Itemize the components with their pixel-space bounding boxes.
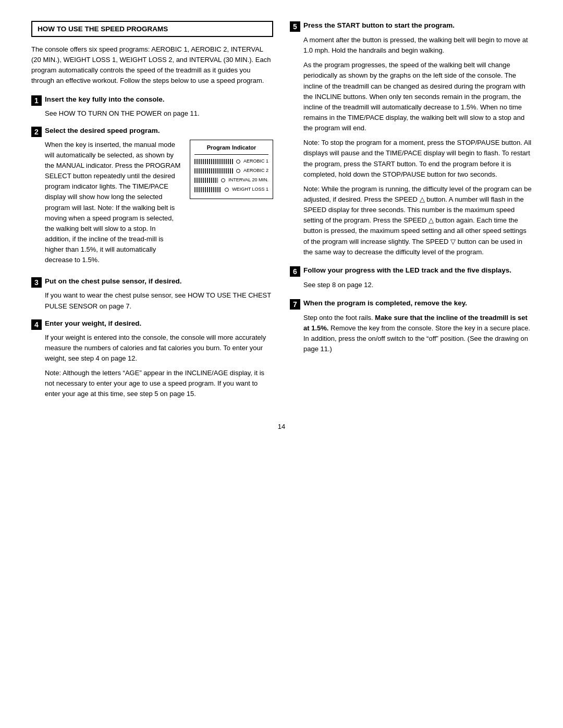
step-6-block: 6 Follow your progress with the LED trac…	[290, 266, 532, 290]
pi-text-1: AEROBIC 1	[243, 158, 268, 165]
step-5-body: A moment after the button is pressed, th…	[303, 35, 532, 257]
step-6-p1: See step 8 on page 12.	[303, 280, 532, 290]
pi-row-4: WEIGHT LOSS 1	[194, 186, 268, 193]
step-1-num: 1	[31, 95, 42, 106]
pi-row-3: INTERVAL 20 MIN.	[194, 177, 268, 184]
pi-dot-4	[225, 188, 229, 192]
step-6-title: Follow your progress with the LED track …	[303, 266, 511, 276]
step-1-body: See HOW TO TURN ON THE POWER on page 11.	[45, 108, 273, 119]
step-3-heading: 3 Put on the chest pulse sensor, if desi…	[31, 277, 273, 288]
step-2-num: 2	[31, 127, 42, 137]
pi-row-1: AEROBIC 1	[194, 158, 268, 165]
step-4-num: 4	[31, 319, 42, 330]
step-5-block: 5 Press the START button to start the pr…	[290, 21, 532, 257]
step-5-p3: Note: To stop the program for a moment, …	[303, 138, 532, 180]
step-6-body: See step 8 on page 12.	[303, 280, 532, 290]
section-header: HOW TO USE THE SPEED PROGRAMS	[31, 21, 273, 37]
step-4-title: Enter your weight, if desired.	[45, 319, 141, 329]
pi-text-3: INTERVAL 20 MIN.	[228, 177, 268, 184]
step-7-heading: 7 When the program is completed, remove …	[290, 299, 532, 310]
step-3-num: 3	[31, 277, 42, 288]
step-7-title: When the program is completed, remove th…	[303, 299, 467, 309]
page-layout: HOW TO USE THE SPEED PROGRAMS The consol…	[31, 21, 532, 407]
step-2-block: 2 Select the desired speed program. When…	[31, 126, 273, 270]
step-4-body: If your weight is entered into the conso…	[45, 332, 273, 400]
step-6-heading: 6 Follow your progress with the LED trac…	[290, 266, 532, 277]
step-2-body-text: When the key is inserted, the manual mod…	[45, 140, 182, 266]
pi-row-2: AEROBIC 2	[194, 167, 268, 175]
step-7-bold: Make sure that the incline of the treadm…	[303, 314, 528, 332]
step-1-title: Insert the key fully into the console.	[45, 95, 165, 105]
pi-dot-1	[236, 159, 240, 164]
pi-text-2: AEROBIC 2	[243, 167, 268, 175]
step-6-num: 6	[290, 266, 300, 277]
step-1-block: 1 Insert the key fully into the console.…	[31, 95, 273, 119]
step-3-title: Put on the chest pulse sensor, if desire…	[45, 277, 182, 287]
step-3-body-p1: If you want to wear the chest pulse sens…	[45, 290, 273, 311]
step-5-p4: Note: While the program is running, the …	[303, 184, 532, 257]
step-2-body: When the key is inserted, the manual mod…	[45, 140, 273, 270]
pi-bar-3	[194, 178, 218, 183]
pi-bar-4	[194, 187, 222, 192]
page-number: 14	[31, 423, 532, 430]
step-5-num: 5	[290, 21, 300, 32]
intro-text: The console offers six speed programs: A…	[31, 44, 273, 87]
step-4-body-p2: Note: Although the letters “AGE” appear …	[45, 368, 273, 399]
program-indicator-area: When the key is inserted, the manual mod…	[45, 140, 273, 270]
pi-dot-2	[236, 169, 240, 173]
right-column: 5 Press the START button to start the pr…	[290, 21, 532, 407]
step-1-heading: 1 Insert the key fully into the console.	[31, 95, 273, 106]
pi-bar-1	[194, 159, 233, 164]
step-4-block: 4 Enter your weight, if desired. If your…	[31, 319, 273, 400]
step-3-block: 3 Put on the chest pulse sensor, if desi…	[31, 277, 273, 311]
program-indicator-box: Program Indicator AEROBIC 1 AEROBIC 2	[190, 140, 273, 199]
pi-text-4: WEIGHT LOSS 1	[232, 186, 268, 193]
step-7-block: 7 When the program is completed, remove …	[290, 299, 532, 355]
step-7-body: Step onto the foot rails. Make sure that…	[303, 313, 532, 355]
step-7-num: 7	[290, 299, 300, 310]
step-7-p1: Step onto the foot rails. Make sure that…	[303, 313, 532, 355]
step-3-body: If you want to wear the chest pulse sens…	[45, 290, 273, 311]
left-column: HOW TO USE THE SPEED PROGRAMS The consol…	[31, 21, 273, 407]
step-1-body-p1: See HOW TO TURN ON THE POWER on page 11.	[45, 108, 273, 119]
step-5-p1: A moment after the button is pressed, th…	[303, 35, 532, 56]
step-5-heading: 5 Press the START button to start the pr…	[290, 21, 532, 32]
step-4-body-p1: If your weight is entered into the conso…	[45, 332, 273, 364]
pi-bar-2	[194, 168, 233, 174]
step-5-p2: As the program progresses, the speed of …	[303, 60, 532, 133]
pi-label: Program Indicator	[194, 143, 268, 155]
step-5-title: Press the START button to start the prog…	[303, 21, 455, 31]
step-4-heading: 4 Enter your weight, if desired.	[31, 319, 273, 330]
step-2-heading: 2 Select the desired speed program.	[31, 126, 273, 137]
step-2-title: Select the desired speed program.	[45, 126, 160, 136]
pi-dot-3	[221, 178, 225, 182]
